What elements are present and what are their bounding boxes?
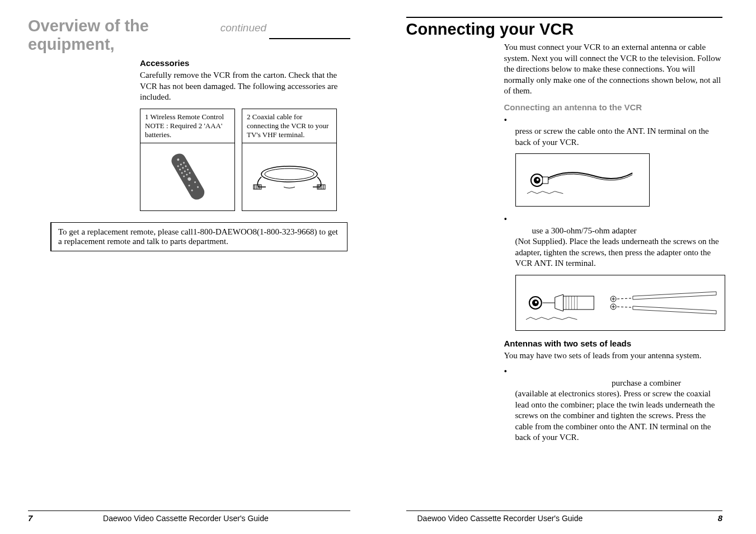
accessories-intro: Carefully remove the VCR from the carton…: [140, 70, 350, 103]
accessory-boxes: 1 Wireless Remote Control NOTE : Require…: [140, 109, 350, 211]
intro-text: You must connect your VCR to an external…: [504, 42, 723, 97]
accessory-box-label: 1 Wireless Remote Control NOTE : Require…: [140, 109, 234, 143]
remote-control-illustration: [140, 143, 234, 210]
adapter-diagram-icon: [522, 280, 719, 325]
page-8: Connecting your VCR You must connect you…: [378, 0, 757, 534]
title-row: Overview of the equipment, continued: [28, 17, 350, 54]
connecting-antenna-heading: Connecting an antenna to the VCR: [504, 102, 723, 112]
title-rule: [269, 38, 350, 39]
accessory-box-remote: 1 Wireless Remote Control NOTE : Require…: [140, 109, 235, 211]
cable-icon: [250, 160, 328, 194]
page-title: Connecting your VCR: [406, 20, 574, 38]
bullet-text: press or screw the cable onto the ANT. I…: [515, 115, 723, 148]
bullet-combiner: • purchase a combiner (available at elec…: [504, 367, 723, 443]
svg-rect-38: [563, 296, 594, 310]
footer: 7 Daewoo Video Cassette Recorder User's …: [28, 510, 350, 523]
title-continued: continued: [220, 22, 266, 34]
accessories-heading: Accessories: [140, 58, 350, 68]
bullet-text: purchase a combiner (available at electr…: [515, 367, 723, 443]
page-title: Overview of the equipment,: [28, 17, 219, 54]
content-column: Accessories Carefully remove the VCR fro…: [140, 58, 350, 222]
svg-point-33: [536, 179, 538, 181]
svg-rect-0: [169, 151, 207, 202]
replacement-note: To get a replacement remote, please call…: [50, 222, 348, 251]
coaxial-terminal-illustration: [515, 153, 650, 207]
page-7: Overview of the equipment, continued Acc…: [0, 0, 378, 534]
adapter-illustration: [515, 275, 725, 331]
terminal-diagram-icon: [522, 159, 644, 201]
bullet-icon: •: [504, 367, 515, 443]
two-leads-heading: Antennas with two sets of leads: [504, 339, 723, 348]
svg-point-20: [265, 168, 314, 180]
page-number: 8: [718, 513, 722, 523]
accessory-box-cable: 2 Coaxial cable for connecting the VCR t…: [242, 109, 337, 211]
content-column: You must connect your VCR to an external…: [504, 42, 723, 447]
bullet-icon: •: [504, 214, 515, 269]
coaxial-cable-illustration: [242, 143, 336, 210]
title-rule-top: [406, 17, 723, 18]
bullet-text: use a 300-ohm/75-ohm adapter (Not Suppli…: [515, 214, 723, 269]
bullet-icon: •: [504, 115, 515, 148]
two-leads-intro: You may have two sets of leads from your…: [504, 350, 723, 362]
footer-guide-text: Daewoo Video Cassette Recorder User's Gu…: [417, 514, 583, 523]
footer: Daewoo Video Cassette Recorder User's Gu…: [406, 510, 723, 523]
svg-point-37: [534, 301, 537, 303]
footer-guide-text: Daewoo Video Cassette Recorder User's Gu…: [103, 514, 269, 523]
remote-icon: [165, 149, 210, 205]
page-number: 7: [28, 513, 32, 523]
bullet-coaxial: • press or screw the cable onto the ANT.…: [504, 115, 723, 148]
bullet-twin-lead: • use a 300-ohm/75-ohm adapter (Not Supp…: [504, 214, 723, 269]
svg-rect-34: [542, 177, 548, 184]
accessory-box-label: 2 Coaxial cable for connecting the VCR t…: [242, 109, 336, 143]
